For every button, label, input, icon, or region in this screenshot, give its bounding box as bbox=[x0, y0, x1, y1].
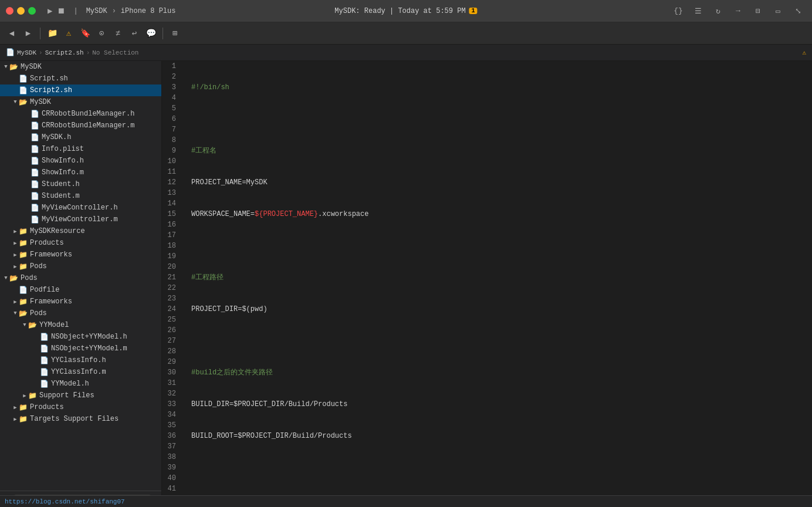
sidebar-item-pods-root[interactable]: ▼ 📂 Pods bbox=[0, 272, 161, 284]
sidebar-item-crrbd-h[interactable]: 📄 CRRobotBundleManager.h bbox=[0, 108, 161, 120]
code-editor[interactable]: 1 2 3 4 5 6 7 8 9 10 11 12 13 14 15 16 1… bbox=[162, 61, 812, 507]
line-number: 20 bbox=[162, 262, 181, 272]
titlebar-status: MySDK: Ready | Today at 5:59 PM 1 bbox=[334, 7, 477, 15]
bookmark-icon[interactable]: 🔖 bbox=[78, 26, 92, 40]
sidebar-item-pods-folder[interactable]: ▼ 📂 Pods bbox=[0, 307, 161, 319]
file-plist-icon: 📄 bbox=[31, 145, 39, 154]
sidebar-item-student-m[interactable]: 📄 Student.m bbox=[0, 190, 161, 202]
file-h-icon: 📄 bbox=[31, 133, 39, 142]
code-line-9 bbox=[185, 336, 812, 346]
file-plist-icon: 📄 bbox=[19, 286, 28, 295]
sidebar-item-products-1[interactable]: ▶ 📁 Products bbox=[0, 237, 161, 249]
folder-icon[interactable]: 📁 bbox=[45, 26, 59, 40]
line-number: 22 bbox=[162, 283, 181, 293]
sidebar-item-crrbd-m[interactable]: 📄 CRRobotBundleManager.m bbox=[0, 120, 161, 131]
sidebar-item-script2-sh[interactable]: 📄 Script2.sh bbox=[0, 84, 161, 96]
traffic-lights bbox=[6, 7, 36, 15]
code-view-icon[interactable]: {} bbox=[670, 4, 686, 18]
line-number: 32 bbox=[162, 388, 181, 399]
sidebar-label: CRRobotBundleManager.m bbox=[42, 121, 134, 130]
fullscreen-icon[interactable]: ⤡ bbox=[790, 4, 806, 18]
line-number: 11 bbox=[162, 167, 181, 177]
sidebar-item-nsobject-yymodel-h[interactable]: 📄 NSObject+YYModel.h bbox=[0, 331, 161, 343]
layout-icon[interactable]: ☰ bbox=[690, 4, 706, 18]
sidebar-item-pods-top[interactable]: ▶ 📁 Pods bbox=[0, 261, 161, 272]
sidebar-label: MySDKResource bbox=[30, 227, 85, 235]
close-button[interactable] bbox=[6, 7, 13, 15]
line-number: 12 bbox=[162, 177, 181, 188]
sidebar-item-showinfo-m[interactable]: 📄 ShowInfo.m bbox=[0, 167, 161, 178]
sidebar-item-student-h[interactable]: 📄 Student.h bbox=[0, 178, 161, 190]
code-line-2 bbox=[185, 114, 812, 124]
maximize-button[interactable] bbox=[28, 7, 36, 15]
file-m-icon: 📄 bbox=[31, 168, 39, 177]
sidebar-label: Podfile bbox=[30, 286, 59, 294]
grid-icon[interactable]: ⊞ bbox=[168, 26, 182, 40]
sidebar-item-yymodel[interactable]: ▼ 📂 YYModel bbox=[0, 319, 161, 331]
breadcrumb-file[interactable]: Script2.sh bbox=[45, 49, 84, 56]
warning-icon[interactable]: ⚠ bbox=[62, 26, 76, 40]
sidebar-item-targets-support[interactable]: ▶ 📁 Targets Support Files bbox=[0, 413, 161, 425]
forward-icon[interactable]: ▶ bbox=[21, 26, 35, 40]
sidebar-item-nsobject-yymodel-m[interactable]: 📄 NSObject+YYModel.m bbox=[0, 343, 161, 354]
line-number: 41 bbox=[162, 484, 181, 494]
line-number: 37 bbox=[162, 441, 181, 452]
sidebar-label: Pods bbox=[21, 274, 38, 282]
sidebar-item-script-sh[interactable]: 📄 Script.sh bbox=[0, 73, 161, 84]
minimize-button[interactable] bbox=[17, 7, 25, 15]
chevron-down-icon: ▼ bbox=[2, 275, 9, 281]
sidebar-item-mysdk-h[interactable]: 📄 MySDK.h bbox=[0, 131, 161, 143]
titlebar-device-info: ▶ ⏹ | MySDK › iPhone 8 Plus bbox=[48, 6, 175, 16]
sidebar-label: NSObject+YYModel.m bbox=[51, 344, 127, 353]
forward-icon[interactable]: → bbox=[730, 4, 746, 18]
file-m-icon: 📄 bbox=[31, 215, 39, 224]
line-number: 27 bbox=[162, 336, 181, 346]
sidebar-icon[interactable]: ▭ bbox=[770, 4, 786, 18]
sidebar-item-podfile[interactable]: 📄 Podfile bbox=[0, 284, 161, 296]
line-number: 16 bbox=[162, 219, 181, 230]
file-h-icon: 📄 bbox=[31, 204, 39, 212]
sidebar-item-frameworks-pods[interactable]: ▶ 📁 Frameworks bbox=[0, 296, 161, 307]
sidebar-item-yyclassinfo-h[interactable]: 📄 YYClassInfo.h bbox=[0, 354, 161, 366]
sidebar-item-showinfo-h[interactable]: 📄 ShowInfo.h bbox=[0, 155, 161, 167]
back-icon[interactable]: ◀ bbox=[5, 26, 19, 40]
code-line-3: #工程名 bbox=[185, 146, 812, 156]
sidebar-item-mysdk-root[interactable]: ▼ 📂 MySDK bbox=[0, 61, 161, 73]
sidebar-item-frameworks-1[interactable]: ▶ 📁 Frameworks bbox=[0, 249, 161, 261]
library-icon[interactable]: ↻ bbox=[710, 4, 726, 18]
sidebar-item-mysdk-folder[interactable]: ▼ 📂 MySDK bbox=[0, 96, 161, 108]
split-icon[interactable]: ⊟ bbox=[750, 4, 766, 18]
sidebar-item-myvc-h[interactable]: 📄 MyViewController.h bbox=[0, 202, 161, 214]
sidebar[interactable]: ▼ 📂 MySDK 📄 Script.sh 📄 Script2.sh ▼ 📂 M… bbox=[0, 61, 162, 507]
line-numbers: 1 2 3 4 5 6 7 8 9 10 11 12 13 14 15 16 1… bbox=[162, 61, 185, 507]
chevron-right-icon: ▶ bbox=[12, 263, 19, 270]
folder-icon: 📁 bbox=[19, 239, 28, 248]
code-wrapper: 1 2 3 4 5 6 7 8 9 10 11 12 13 14 15 16 1… bbox=[162, 61, 812, 507]
sidebar-label: Support Files bbox=[39, 391, 94, 400]
sidebar-item-products-2[interactable]: ▶ 📁 Products bbox=[0, 401, 161, 413]
sidebar-item-myvc-m[interactable]: 📄 MyViewController.m bbox=[0, 214, 161, 225]
diff-icon[interactable]: ≠ bbox=[111, 26, 125, 40]
chevron-right-icon: ▶ bbox=[12, 240, 19, 246]
history-icon[interactable]: ↩ bbox=[127, 26, 141, 40]
titlebar: ▶ ⏹ | MySDK › iPhone 8 Plus MySDK: Ready… bbox=[0, 0, 812, 22]
breakpoint-icon[interactable]: ⊙ bbox=[94, 26, 109, 40]
sidebar-label: MySDK.h bbox=[42, 133, 71, 141]
sidebar-item-support-files[interactable]: ▶ 📁 Support Files bbox=[0, 390, 161, 401]
sidebar-label: Pods bbox=[30, 309, 47, 317]
folder-icon: 📁 bbox=[19, 298, 28, 306]
device-name: MySDK bbox=[86, 7, 107, 15]
sidebar-item-yyclassinfo-m[interactable]: 📄 YYClassInfo.m bbox=[0, 366, 161, 378]
sidebar-item-yymodel-h[interactable]: 📄 YYModel.h bbox=[0, 378, 161, 390]
run-button[interactable]: ▶ bbox=[48, 6, 52, 16]
sidebar-item-mysdkresource[interactable]: ▶ 📁 MySDKResource bbox=[0, 225, 161, 237]
line-number: 15 bbox=[162, 209, 181, 219]
file-h-icon: 📄 bbox=[31, 157, 39, 165]
comment-icon[interactable]: 💬 bbox=[144, 26, 158, 40]
sidebar-label: NSObject+YYModel.h bbox=[51, 333, 127, 341]
sidebar-item-info-plist[interactable]: 📄 Info.plist bbox=[0, 143, 161, 155]
chevron-right-icon: ▶ bbox=[12, 228, 19, 235]
code-content[interactable]: #!/bin/sh #工程名 PROJECT_NAME=MySDK WORKSP… bbox=[185, 61, 812, 507]
stop-button[interactable]: ⏹ bbox=[57, 6, 65, 16]
breadcrumb-project[interactable]: MySDK bbox=[17, 49, 36, 56]
